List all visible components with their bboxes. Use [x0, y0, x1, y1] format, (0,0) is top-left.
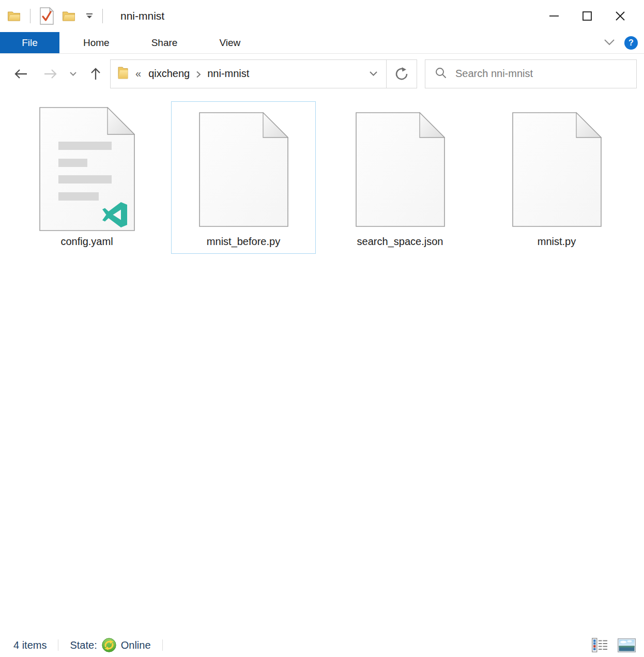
explorer-folder-icon[interactable] [7, 10, 21, 22]
status-bar: 4 items State: Online [0, 633, 644, 657]
ribbon-tab-bar: File Home Share View ? [0, 32, 644, 54]
window-controls [538, 0, 637, 32]
tab-view[interactable]: View [205, 32, 255, 53]
close-button[interactable] [604, 0, 637, 32]
quick-access-toolbar [7, 7, 112, 25]
document-vscode-icon [39, 107, 135, 231]
file-name[interactable]: mnist_before.py [207, 236, 280, 248]
collapse-ribbon-icon[interactable] [604, 38, 615, 48]
file-item-search-space-json[interactable]: search_space.json [328, 101, 472, 254]
breadcrumb-chevron-icon[interactable] [196, 71, 201, 78]
up-icon[interactable] [89, 67, 102, 81]
address-dropdown-chevron-icon[interactable] [361, 60, 386, 88]
details-view-icon[interactable] [589, 636, 610, 654]
refresh-icon[interactable] [387, 60, 417, 88]
tab-share[interactable]: Share [137, 32, 192, 53]
document-icon [356, 112, 445, 227]
file-item-mnist-before-py[interactable]: mnist_before.py [171, 101, 316, 254]
tab-file[interactable]: File [0, 32, 59, 53]
address-folder-icon [117, 65, 129, 83]
sync-status-icon [101, 637, 117, 653]
help-icon[interactable]: ? [624, 36, 638, 50]
file-explorer-window: nni-mnist File Home Share View [0, 0, 644, 657]
title-bar: nni-mnist [0, 0, 644, 32]
breadcrumb-collapse[interactable]: « [135, 68, 141, 80]
status-separator [58, 639, 58, 651]
state-label: State: [70, 639, 97, 651]
minimize-button[interactable] [538, 0, 571, 32]
large-icons-view-icon[interactable] [616, 636, 637, 654]
item-count: 4 items [13, 639, 47, 651]
search-input[interactable] [455, 68, 626, 80]
qat-separator [30, 9, 30, 23]
search-icon [435, 67, 447, 81]
window-title: nni-mnist [120, 10, 164, 22]
status-separator [162, 639, 163, 651]
document-icon [199, 112, 288, 227]
file-name[interactable]: config.yaml [60, 236, 113, 248]
file-item-config-yaml[interactable]: config.yaml [14, 101, 159, 254]
search-box [425, 59, 637, 88]
customize-qat-dropdown-icon[interactable] [86, 13, 93, 19]
file-name[interactable]: mnist.py [538, 236, 576, 248]
new-folder-icon[interactable] [62, 10, 75, 22]
forward-icon[interactable] [43, 68, 58, 80]
navigation-toolbar: « qixcheng nni-mnist [0, 54, 644, 94]
file-list: config.yaml mnist_before.py search_space [0, 94, 644, 633]
state-value: Online [121, 639, 151, 651]
document-icon [512, 112, 602, 227]
properties-check-icon[interactable] [40, 7, 54, 25]
breadcrumb-segment-qixcheng[interactable]: qixcheng [146, 68, 192, 80]
file-name[interactable]: search_space.json [357, 236, 443, 248]
tab-home[interactable]: Home [69, 32, 124, 53]
file-item-mnist-py[interactable]: mnist.py [484, 101, 629, 254]
address-bar[interactable]: « qixcheng nni-mnist [110, 59, 417, 88]
breadcrumb-segment-nni-mnist[interactable]: nni-mnist [205, 68, 251, 80]
maximize-button[interactable] [571, 0, 604, 32]
recent-locations-chevron-icon[interactable] [69, 71, 77, 77]
back-icon[interactable] [13, 68, 28, 80]
qat-separator [102, 9, 103, 23]
